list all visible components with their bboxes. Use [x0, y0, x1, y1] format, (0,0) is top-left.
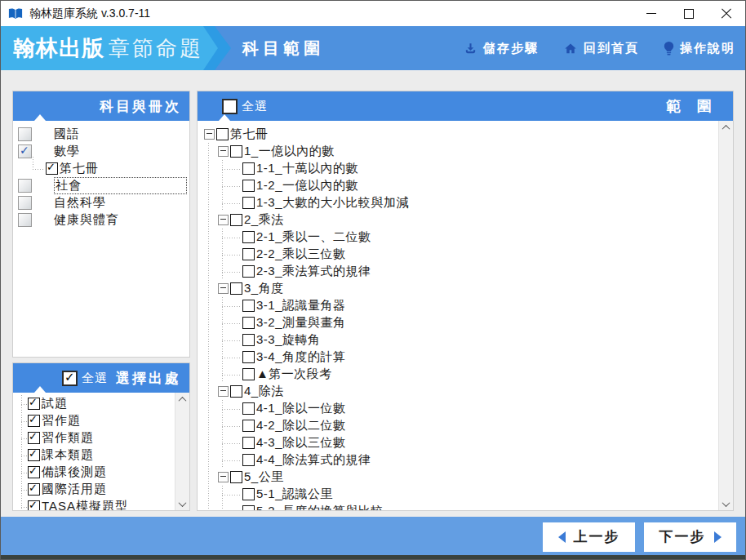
tree-item[interactable]: 1_一億以內的數 — [204, 143, 719, 160]
checkbox[interactable] — [242, 197, 255, 209]
collapse-icon[interactable] — [218, 472, 229, 482]
checkbox[interactable] — [230, 214, 242, 226]
tree-connector — [232, 503, 242, 510]
checkbox[interactable] — [242, 180, 255, 192]
scope-scrollbar[interactable] — [718, 121, 733, 510]
tree-item[interactable]: ▲第一次段考 — [204, 366, 719, 383]
help-button[interactable]: 操作說明 — [664, 41, 735, 56]
sources-select-all-checkbox[interactable] — [62, 371, 78, 386]
tree-item[interactable]: 3-3_旋轉角 — [204, 331, 719, 349]
tree-item[interactable]: 3-1_認識量角器 — [204, 297, 719, 314]
checkbox[interactable] — [242, 420, 255, 432]
tree-connector — [232, 297, 242, 314]
source-item[interactable]: 試題 — [13, 395, 175, 412]
tree-item[interactable]: 1-3_大數的大小比較與加減 — [204, 194, 719, 211]
checkbox[interactable] — [242, 231, 255, 243]
tree-item[interactable]: 4-4_除法算式的規律 — [204, 451, 719, 469]
go-home-button[interactable]: 回到首頁 — [563, 41, 639, 56]
checkbox[interactable] — [242, 265, 255, 278]
tree-item[interactable]: 2-2_乘以三位數 — [204, 246, 719, 263]
save-steps-button[interactable]: 儲存步驟 — [464, 41, 539, 56]
minimize-button[interactable] — [633, 1, 670, 26]
collapse-icon[interactable] — [204, 129, 215, 140]
checkbox[interactable] — [18, 144, 32, 158]
source-item[interactable]: 國際活用題 — [13, 481, 175, 498]
subject-item[interactable]: 自然科學 — [13, 194, 189, 211]
checkbox[interactable] — [242, 334, 255, 346]
checkbox[interactable] — [28, 483, 40, 496]
checkbox[interactable] — [28, 500, 40, 510]
subject-item[interactable]: 社會 — [13, 177, 189, 194]
tree-item[interactable]: 4-3_除以三位數 — [204, 434, 719, 451]
tree-item[interactable]: 4_除法 — [204, 383, 719, 400]
tree-item-label: 5_公里 — [244, 469, 284, 485]
checkbox[interactable] — [242, 317, 255, 329]
source-item[interactable]: 課本類題 — [13, 447, 175, 464]
tree-item[interactable]: 2_乘法 — [204, 211, 719, 229]
tree-connector — [232, 349, 242, 366]
collapse-icon[interactable] — [218, 215, 229, 225]
checkbox[interactable] — [18, 213, 32, 227]
tree-item-label: 3-2_測量與畫角 — [256, 315, 346, 331]
checkbox[interactable] — [18, 179, 32, 193]
collapse-icon[interactable] — [218, 283, 229, 294]
tree-item[interactable]: 1-1_十萬以內的數 — [204, 160, 719, 177]
source-item[interactable]: 習作題 — [13, 412, 175, 429]
subject-item[interactable]: 健康與體育 — [13, 211, 189, 229]
tree-item[interactable]: 3_角度 — [204, 280, 719, 297]
tree-item[interactable]: 5-2_長度的換算與比較 — [204, 503, 719, 510]
source-item[interactable]: TASA模擬題型 — [13, 498, 175, 510]
subject-item[interactable]: 國語 — [13, 126, 189, 143]
tree-item[interactable]: 4-2_除以二位數 — [204, 417, 719, 434]
checkbox[interactable] — [242, 248, 255, 260]
checkbox[interactable] — [28, 415, 40, 427]
checkbox[interactable] — [230, 471, 242, 483]
checkbox[interactable] — [242, 351, 255, 363]
tree-item[interactable]: 第七冊 — [204, 126, 719, 143]
checkbox[interactable] — [28, 449, 40, 461]
sources-scrollbar[interactable] — [175, 393, 189, 510]
collapse-icon[interactable] — [218, 386, 229, 397]
checkbox[interactable] — [216, 128, 229, 140]
tree-item[interactable]: 5-1_認識公里 — [204, 486, 719, 503]
scroll-up-icon[interactable] — [719, 121, 733, 134]
checkbox[interactable] — [242, 437, 255, 449]
subject-item[interactable]: 數學 — [13, 143, 189, 160]
scope-select-all-checkbox[interactable] — [222, 99, 238, 114]
checkbox[interactable] — [242, 505, 255, 510]
checkbox[interactable] — [28, 466, 40, 478]
tree-item[interactable]: 1-2_一億以內的數 — [204, 177, 719, 194]
checkbox[interactable] — [18, 196, 32, 210]
next-step-button[interactable]: 下一步 — [644, 522, 736, 552]
prev-step-button[interactable]: 上一步 — [543, 522, 635, 552]
tree-item[interactable]: 3-2_測量與畫角 — [204, 314, 719, 331]
checkbox[interactable] — [230, 385, 242, 398]
tree-item[interactable]: 4-1_除以一位數 — [204, 400, 719, 417]
tree-item[interactable]: 2-3_乘法算式的規律 — [204, 263, 719, 280]
subject-item[interactable]: 第七冊 — [13, 160, 189, 177]
checkbox[interactable] — [28, 432, 40, 444]
checkbox[interactable] — [28, 398, 40, 410]
checkbox[interactable] — [230, 282, 242, 295]
checkbox[interactable] — [242, 488, 255, 500]
scroll-up-icon[interactable] — [175, 393, 189, 406]
tree-item[interactable]: 5_公里 — [204, 469, 719, 486]
checkbox[interactable] — [46, 162, 58, 175]
source-item[interactable]: 備課後測題 — [13, 464, 175, 481]
checkbox[interactable] — [18, 127, 32, 141]
tree-item[interactable]: 3-4_角度的計算 — [204, 349, 719, 366]
tree-item[interactable]: 2-1_乘以一、二位數 — [204, 229, 719, 246]
checkbox[interactable] — [242, 368, 255, 380]
checkbox[interactable] — [242, 454, 255, 466]
checkbox[interactable] — [242, 402, 255, 415]
checkbox[interactable] — [242, 162, 255, 175]
collapse-icon[interactable] — [218, 146, 229, 157]
close-button[interactable] — [708, 1, 745, 26]
scroll-down-icon[interactable] — [175, 497, 189, 510]
source-label: TASA模擬題型 — [42, 499, 128, 510]
checkbox[interactable] — [242, 300, 255, 312]
checkbox[interactable] — [230, 145, 242, 158]
maximize-button[interactable] — [670, 1, 708, 26]
source-item[interactable]: 習作類題 — [13, 429, 175, 447]
scroll-down-icon[interactable] — [719, 497, 733, 510]
